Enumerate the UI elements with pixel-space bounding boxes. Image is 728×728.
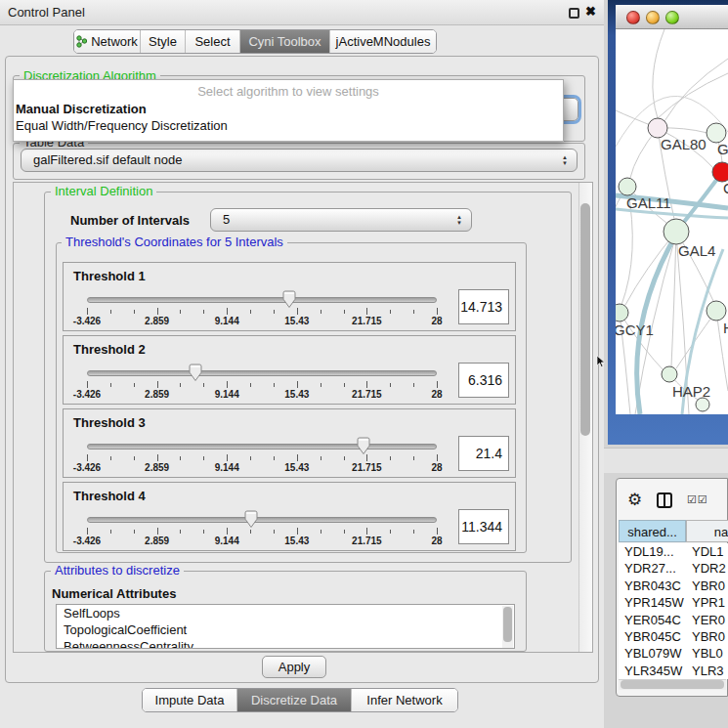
algorithm-option-manual[interactable]: Manual Discretization bbox=[16, 102, 147, 116]
threshold-panel-4: Threshold 4 -3.4262.8599.14415.4321.7152… bbox=[63, 482, 516, 551]
apply-button[interactable]: Apply bbox=[262, 656, 326, 678]
column-header-name[interactable]: name bbox=[686, 520, 728, 542]
slider-thumb-icon[interactable] bbox=[188, 364, 203, 382]
slider-thumb-icon[interactable] bbox=[281, 290, 297, 309]
table-row[interactable]: YPR145WYPR1 bbox=[619, 594, 728, 611]
tab-cyni-toolbox[interactable]: Cyni Toolbox bbox=[240, 30, 330, 53]
threshold-slider[interactable] bbox=[87, 362, 437, 383]
screenshot-root: Control Panel ✖ Network Style Select Cyn… bbox=[0, 0, 728, 728]
threshold-value-field[interactable]: 11.344 bbox=[458, 509, 509, 544]
slider-thumb-icon[interactable] bbox=[243, 510, 259, 529]
control-panel-titlebar: Control Panel ✖ bbox=[0, 0, 604, 25]
tab-impute-data[interactable]: Impute Data bbox=[143, 689, 237, 711]
network-node[interactable] bbox=[648, 118, 667, 138]
threshold-label: Threshold 3 bbox=[73, 415, 146, 430]
tab-discretize-data[interactable]: Discretize Data bbox=[237, 689, 352, 711]
checkbox-icons[interactable]: ☑☑ bbox=[687, 493, 708, 506]
node-table[interactable]: YDL19...YDL1YDR27...YDR2YBR043CYBR0YPR14… bbox=[619, 543, 728, 679]
tab-select[interactable]: Select bbox=[186, 30, 240, 53]
threshold-value-field[interactable]: 6.316 bbox=[458, 363, 509, 398]
thresholds-group-title: Threshold's Coordinates for 5 Intervals bbox=[62, 236, 287, 249]
control-panel: Control Panel ✖ Network Style Select Cyn… bbox=[0, 0, 604, 728]
network-node-label: GAL4 bbox=[678, 242, 715, 259]
minimize-traffic-light-icon[interactable] bbox=[646, 11, 660, 24]
combo-stepper-icon: ▲▼ bbox=[456, 209, 462, 231]
network-node[interactable] bbox=[616, 304, 628, 321]
gear-icon[interactable]: ⚙ bbox=[627, 490, 642, 509]
close-traffic-light-icon[interactable] bbox=[626, 11, 640, 24]
combo-stepper-icon: ▲▼ bbox=[562, 150, 568, 171]
column-header-shared-name[interactable]: shared... bbox=[619, 520, 686, 542]
table-row[interactable]: YBR043CYBR0 bbox=[619, 578, 728, 594]
tab-network[interactable]: Network bbox=[74, 30, 141, 53]
algorithm-dropdown-popup: Select algorithm to view settings Manual… bbox=[13, 79, 564, 142]
network-node[interactable] bbox=[712, 162, 728, 182]
attributes-list-scrollbar[interactable] bbox=[502, 606, 513, 649]
threshold-label: Threshold 2 bbox=[73, 342, 146, 357]
network-node[interactable] bbox=[664, 219, 689, 244]
table-panel-titlebar: Table Panel bbox=[604, 448, 728, 473]
network-node[interactable] bbox=[707, 123, 726, 143]
slider-scale-labels: -3.4262.8599.14415.4321.71528 bbox=[87, 535, 437, 547]
close-icon[interactable]: ✖ bbox=[585, 4, 596, 19]
attributes-scrollbar-thumb[interactable] bbox=[503, 607, 512, 642]
float-window-icon[interactable] bbox=[569, 8, 579, 19]
zoom-traffic-light-icon[interactable] bbox=[665, 11, 679, 24]
network-node[interactable] bbox=[619, 178, 636, 195]
slider-scale-labels: -3.4262.8599.14415.4321.71528 bbox=[87, 389, 437, 401]
network-node-label: G bbox=[717, 141, 728, 157]
threshold-panel-1: Threshold 1 -3.4262.8599.14415.4321.7152… bbox=[63, 262, 516, 331]
list-item[interactable]: TopologicalCoefficient bbox=[57, 621, 514, 638]
threshold-label: Threshold 1 bbox=[73, 269, 146, 283]
network-node[interactable] bbox=[696, 398, 709, 411]
tab-jactivemnodules[interactable]: jActiveMNodules bbox=[330, 30, 436, 53]
tab-infer-network[interactable]: Infer Network bbox=[352, 689, 457, 711]
network-canvas[interactable]: GAL80GCGAL11GAL4GCY1HHAP2 bbox=[616, 29, 728, 414]
table-data-combo[interactable]: galFiltered.sif default node ▲▼ bbox=[21, 149, 578, 172]
attributes-group-title: Attributes to discretize bbox=[51, 564, 184, 578]
mouse-cursor-icon bbox=[596, 355, 606, 368]
table-row[interactable]: YBR045CYBR0 bbox=[619, 628, 728, 645]
threshold-value-field[interactable]: 14.713 bbox=[458, 289, 509, 324]
threshold-slider[interactable] bbox=[87, 435, 437, 456]
network-node-label: GAL11 bbox=[626, 194, 671, 211]
table-row[interactable]: YER054CYER0 bbox=[619, 612, 728, 628]
tab-network-label: Network bbox=[91, 34, 138, 49]
tab-style[interactable]: Style bbox=[141, 30, 186, 53]
list-item[interactable]: SelfLoops bbox=[57, 605, 514, 621]
bottom-tabs: Impute Data Discretize Data Infer Networ… bbox=[142, 688, 458, 712]
control-panel-tabs: Network Style Select Cyni Toolbox jActiv… bbox=[73, 29, 437, 54]
slider-ticks bbox=[87, 308, 437, 316]
slider-ticks bbox=[87, 381, 437, 389]
network-node-label: HAP2 bbox=[672, 383, 710, 400]
number-of-intervals-combo[interactable]: 5 ▲▼ bbox=[210, 208, 472, 232]
slider-scale-labels: -3.4262.8599.14415.4321.71528 bbox=[87, 316, 437, 327]
slider-thumb-icon[interactable] bbox=[356, 437, 371, 455]
algorithm-option-equal-width[interactable]: Equal Width/Frequency Discretization bbox=[16, 118, 228, 133]
table-row[interactable]: YDR27...YDR2 bbox=[619, 560, 728, 577]
list-item[interactable]: BetweennessCentrality bbox=[57, 638, 514, 649]
table-row[interactable]: YLR345WYLR3 bbox=[619, 663, 728, 679]
network-node-label: H bbox=[723, 320, 728, 336]
numerical-attributes-list[interactable]: SelfLoopsTopologicalCoefficientBetweenne… bbox=[56, 604, 515, 649]
number-of-intervals-label: Number of Intervals bbox=[70, 213, 190, 228]
table-row[interactable]: YDL19...YDL1 bbox=[619, 543, 728, 560]
table-row[interactable]: YBL079WYBL0 bbox=[619, 645, 728, 662]
split-columns-icon[interactable] bbox=[657, 492, 672, 508]
network-node-label: C bbox=[723, 180, 728, 196]
network-graph: GAL80GCGAL11GAL4GCY1HHAP2 bbox=[616, 29, 728, 414]
numerical-attributes-heading: Numerical Attributes bbox=[52, 586, 176, 601]
threshold-slider[interactable] bbox=[87, 508, 437, 530]
threshold-value-field[interactable]: 21.4 bbox=[458, 436, 509, 471]
network-node[interactable] bbox=[662, 366, 677, 382]
slider-ticks bbox=[87, 528, 437, 535]
threshold-slider[interactable] bbox=[87, 288, 437, 310]
network-icon bbox=[76, 35, 87, 48]
threshold-label: Threshold 4 bbox=[73, 489, 146, 503]
network-node-label: GCY1 bbox=[616, 321, 654, 338]
table-scrollbar-thumb[interactable] bbox=[621, 680, 724, 689]
slider-ticks bbox=[87, 454, 437, 462]
algorithm-popup-hint: Select algorithm to view settings bbox=[14, 84, 563, 99]
settings-scrollbar-thumb[interactable] bbox=[580, 203, 590, 436]
network-node[interactable] bbox=[707, 301, 726, 321]
